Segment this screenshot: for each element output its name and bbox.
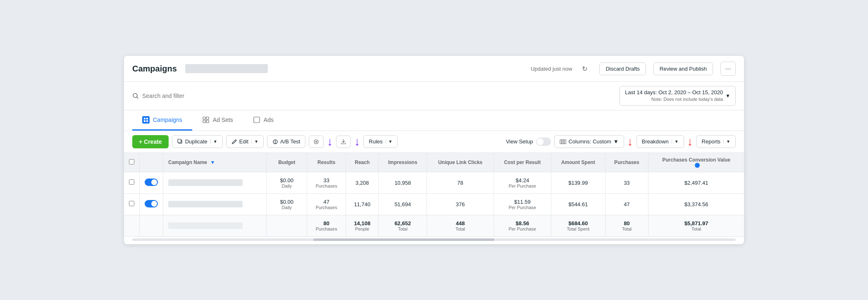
svg-rect-4 (144, 120, 145, 122)
updated-text: Updated just now (531, 66, 572, 72)
purple-arrow-1: ↓ (327, 136, 333, 148)
columns-icon (560, 139, 566, 145)
row1-reach: 3,208 (346, 172, 379, 193)
page-title: Campaigns (132, 64, 177, 74)
row1-campaign-name (163, 172, 267, 193)
row2-reach: 11,740 (346, 193, 379, 215)
duplicate-icon (177, 139, 183, 145)
tab-campaigns[interactable]: Campaigns (132, 110, 192, 131)
nav-tabs: Campaigns Ad Sets Ads (124, 110, 744, 131)
breakdown-caret[interactable]: ▼ (672, 139, 679, 144)
row1-cost-per-result: $4.24 Per Purchase (494, 172, 551, 193)
purple-arrow-2: ↓ (354, 136, 360, 148)
view-setup-label: View Setup (506, 138, 533, 145)
row1-purchases-conversion-value: $2,497.41 (649, 172, 744, 193)
refresh-icon[interactable]: ↻ (580, 64, 589, 73)
create-button[interactable]: + Create (132, 135, 169, 148)
row1-purchases: 33 (605, 172, 649, 193)
duplicate-button[interactable]: Duplicate ▼ (172, 135, 223, 148)
row2-amount-spent: $544.61 (551, 193, 605, 215)
row2-impressions: 51,694 (379, 193, 427, 215)
discard-drafts-button[interactable]: Discard Drafts (599, 62, 646, 75)
row1-toggle-cell (140, 172, 163, 193)
sort-icon[interactable]: ▼ (210, 160, 215, 165)
svg-rect-5 (146, 120, 148, 122)
svg-rect-10 (254, 117, 260, 123)
icon-btn-1[interactable] (309, 136, 324, 148)
th-unique-link-clicks: Unique Link Clicks (427, 153, 494, 172)
row2-unique-link-clicks: 376 (427, 193, 494, 215)
tab-ads-label: Ads (264, 117, 274, 123)
row2-checkbox-cell (124, 193, 140, 215)
reports-button[interactable]: Reports ▼ (696, 135, 736, 148)
main-container: Campaigns Updated just now ↻ Discard Dra… (124, 56, 744, 244)
svg-rect-7 (206, 117, 209, 119)
red-arrow-1: ↓ (627, 136, 633, 148)
totals-results: 80 Purchases (307, 215, 346, 236)
reports-caret[interactable]: ▼ (723, 139, 730, 144)
adsets-icon (202, 116, 210, 124)
scrollbar-track (132, 238, 736, 241)
totals-amount-spent: $684.60 Total Spent (551, 215, 605, 236)
row1-checkbox-cell (124, 172, 140, 193)
totals-impressions: 62,652 Total (379, 215, 427, 236)
duplicate-caret[interactable]: ▼ (210, 139, 217, 144)
rules-button[interactable]: Rules ▼ (363, 135, 398, 148)
search-input-wrap (132, 93, 613, 99)
columns-button[interactable]: Columns: Custom ▼ (554, 135, 624, 148)
totals-purchases: 80 Total (605, 215, 649, 236)
horizontal-scrollbar[interactable] (124, 237, 744, 244)
search-icon (132, 93, 139, 99)
rules-caret[interactable]: ▼ (386, 139, 393, 144)
th-purchases-conversion-value: ↓ Purchases Conversion Value (649, 153, 744, 172)
row1-name-blur (168, 179, 243, 186)
svg-rect-2 (144, 118, 145, 119)
columns-caret[interactable]: ▼ (613, 138, 619, 145)
breakdown-button[interactable]: Breakdown ▼ (637, 135, 684, 148)
tab-adsets[interactable]: Ad Sets (192, 110, 243, 131)
columns-label: Columns: Custom (568, 138, 611, 145)
row2-checkbox[interactable] (129, 201, 134, 206)
th-toggle (140, 153, 163, 172)
more-options-button[interactable]: ··· (720, 62, 736, 76)
row1-toggle[interactable] (145, 179, 158, 186)
table-header-row: Campaign Name ▼ Budget Results ↓ (124, 153, 744, 172)
ab-test-button[interactable]: A/B Test (267, 135, 305, 148)
svg-rect-8 (203, 120, 205, 123)
th-impressions: ↓ Impressions (379, 153, 427, 172)
campaigns-table: Campaign Name ▼ Budget Results ↓ (124, 153, 744, 237)
tab-ads[interactable]: Ads (243, 110, 284, 131)
row1-impressions: 10,958 (379, 172, 427, 193)
row2-name-blur (168, 201, 243, 207)
export-icon-button[interactable] (336, 136, 351, 148)
view-setup: View Setup (506, 138, 551, 146)
campaigns-icon (142, 116, 150, 124)
tab-adsets-label: Ad Sets (213, 117, 233, 123)
totals-label-cell (163, 215, 267, 236)
edit-button[interactable]: Edit ▼ (226, 135, 264, 148)
scrollbar-thumb[interactable] (313, 238, 494, 241)
date-range-button[interactable]: Last 14 days: Oct 2, 2020 – Oct 15, 2020… (620, 86, 736, 106)
totals-toggle-cell (140, 215, 163, 236)
row1-checkbox[interactable] (129, 179, 134, 185)
ads-icon (253, 116, 260, 124)
row2-purchases: 47 (605, 193, 649, 215)
th-results: Results (307, 153, 346, 172)
select-all-checkbox[interactable] (129, 159, 134, 164)
svg-rect-18 (560, 140, 562, 144)
view-setup-toggle[interactable] (536, 138, 551, 146)
date-range-note: Note: Does not include today's data (625, 96, 723, 102)
review-publish-button[interactable]: Review and Publish (653, 62, 713, 75)
row1-budget: $0.00 Daily (267, 172, 307, 193)
totals-row: 80 Purchases 14,108 People 62,652 Total … (124, 215, 744, 236)
edit-icon (231, 139, 237, 145)
search-input[interactable] (142, 93, 613, 99)
edit-caret[interactable]: ▼ (251, 139, 258, 144)
svg-rect-6 (203, 117, 205, 119)
row2-toggle[interactable] (145, 200, 158, 207)
row2-toggle-cell (140, 193, 163, 215)
row1-amount-spent: $139.99 (551, 172, 605, 193)
totals-unique-link-clicks: 448 Total (427, 215, 494, 236)
row2-campaign-name (163, 193, 267, 215)
svg-rect-12 (178, 139, 181, 143)
